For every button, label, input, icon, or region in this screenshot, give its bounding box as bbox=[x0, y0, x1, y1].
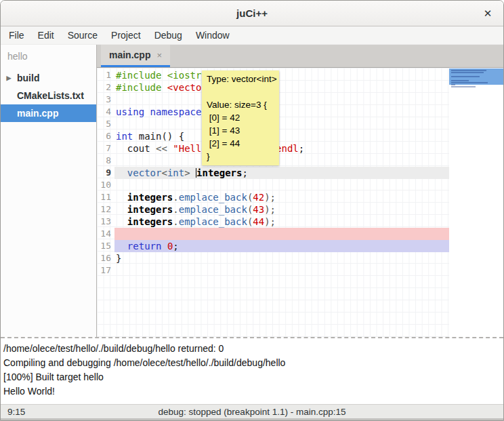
code-token bbox=[116, 216, 127, 227]
tooltip-line: Type: vector<int> bbox=[207, 73, 274, 85]
line-number: 9 bbox=[97, 167, 114, 179]
debug-value-tooltip: Type: vector<int> Value: size=3 { [0] = … bbox=[202, 71, 279, 165]
code-token: ); bbox=[264, 204, 276, 215]
line-number: 5 bbox=[97, 118, 114, 130]
code-token: << bbox=[156, 143, 167, 154]
minimap-code-bar bbox=[451, 72, 484, 73]
code-token bbox=[190, 167, 196, 178]
code-token: ; bbox=[242, 167, 247, 178]
code-line: } bbox=[114, 252, 449, 264]
code-token: ); bbox=[264, 216, 276, 227]
line-number: 4 bbox=[97, 106, 114, 118]
terminal-line: Compiling and debugging /home/olece/test… bbox=[3, 356, 498, 370]
editor-pane: main.cpp × 1234567891011121314151617 #in… bbox=[97, 45, 503, 337]
code-token bbox=[161, 241, 167, 252]
menu-edit[interactable]: Edit bbox=[31, 27, 61, 43]
code-line: integers.emplace_back(44); bbox=[114, 216, 449, 228]
debug-status-label: debug: stopped (breakpoint 1.1) - main.c… bbox=[1, 407, 503, 417]
line-number: 1 bbox=[97, 69, 114, 81]
menu-file[interactable]: File bbox=[2, 27, 31, 43]
code-token: integers bbox=[127, 204, 173, 215]
code-token: 43 bbox=[253, 204, 264, 215]
menu-window[interactable]: Window bbox=[189, 27, 236, 43]
code-token: 42 bbox=[253, 192, 264, 203]
source-editor[interactable]: 1234567891011121314151617 #include <iost… bbox=[97, 68, 503, 337]
title-bar: juCi++ ✕ bbox=[1, 1, 503, 26]
tree-item-build[interactable]: ▶build bbox=[1, 69, 96, 87]
line-number: 10 bbox=[97, 179, 114, 191]
code-line: integers.emplace_back(42); bbox=[114, 191, 449, 203]
line-number: 2 bbox=[97, 81, 114, 94]
code-token: vector bbox=[127, 167, 162, 178]
code-token bbox=[116, 241, 127, 252]
expander-icon[interactable]: ▶ bbox=[1, 75, 17, 81]
code-token: } bbox=[116, 253, 121, 264]
tree-item-main-cpp[interactable]: ▶main.cpp bbox=[1, 104, 96, 122]
code-token: int bbox=[167, 167, 184, 178]
code-token bbox=[116, 204, 127, 215]
code-line: #include <iostream> bbox=[114, 69, 449, 81]
code-token: emplace_back bbox=[179, 204, 247, 215]
code-token: 44 bbox=[253, 216, 264, 227]
tree-item-label: CMakeLists.txt bbox=[17, 90, 84, 101]
terminal-output[interactable]: /home/olece/test/hello/./build/debug/hel… bbox=[1, 337, 503, 404]
code-token: integers bbox=[127, 192, 173, 203]
code-line: int main() { bbox=[114, 130, 449, 142]
tab-main-cpp[interactable]: main.cpp × bbox=[101, 45, 170, 67]
code-token: . bbox=[173, 192, 178, 203]
code-token: emplace_back bbox=[179, 216, 247, 227]
tree-item-label: main.cpp bbox=[17, 108, 58, 119]
minimap-code-bar bbox=[451, 82, 488, 83]
line-number: 14 bbox=[97, 228, 114, 240]
app-window: juCi++ ✕ FileEditSourceProjectDebugWindo… bbox=[0, 0, 504, 421]
tooltip-line: [1] = 43 bbox=[207, 124, 274, 137]
minimap-visible-region[interactable] bbox=[449, 68, 503, 85]
code-token: int bbox=[116, 131, 133, 142]
code-token: . bbox=[173, 204, 178, 215]
code-token: < bbox=[161, 167, 167, 178]
code-token: namespace bbox=[150, 106, 202, 117]
code-token bbox=[116, 167, 127, 178]
code-token: main() { bbox=[133, 131, 184, 142]
terminal-lines: /home/olece/test/hello/./build/debug/hel… bbox=[1, 338, 503, 399]
line-number: 13 bbox=[97, 216, 114, 228]
code-line bbox=[114, 94, 449, 106]
tooltip-line bbox=[207, 85, 274, 98]
line-number: 15 bbox=[97, 240, 114, 252]
code-line: #include <vector> bbox=[114, 81, 449, 94]
tree-item-label: build bbox=[17, 73, 39, 83]
project-name-label[interactable]: hello bbox=[1, 45, 96, 66]
menu-debug[interactable]: Debug bbox=[148, 27, 189, 43]
file-tree-sidebar: hello ▶build▶CMakeLists.txt▶main.cpp bbox=[1, 45, 97, 337]
code-token: . bbox=[173, 216, 178, 227]
source-minimap[interactable] bbox=[449, 68, 503, 337]
minimap-code-bar bbox=[451, 86, 476, 87]
line-number: 17 bbox=[97, 264, 114, 277]
tree-item-cmakelists-txt[interactable]: ▶CMakeLists.txt bbox=[1, 87, 96, 104]
code-token: integers bbox=[127, 216, 173, 227]
code-line bbox=[114, 118, 449, 130]
code-line: using namespace std; bbox=[114, 106, 449, 118]
line-number-gutter: 1234567891011121314151617 bbox=[97, 68, 114, 337]
line-number: 8 bbox=[97, 155, 114, 167]
code-token bbox=[144, 106, 150, 117]
status-bar: 9:15 debug: stopped (breakpoint 1.1) - m… bbox=[1, 404, 503, 420]
code-token: return bbox=[127, 241, 162, 252]
tooltip-line: [0] = 42 bbox=[207, 111, 274, 124]
code-token: emplace_back bbox=[179, 192, 247, 203]
code-token: #include bbox=[116, 82, 167, 93]
menu-project[interactable]: Project bbox=[104, 27, 148, 43]
close-icon[interactable]: ✕ bbox=[481, 7, 495, 20]
line-number: 7 bbox=[97, 142, 114, 155]
code-token: > bbox=[184, 167, 190, 178]
code-lines[interactable]: #include <iostream>#include <vector>usin… bbox=[114, 68, 449, 337]
code-line: cout << "Hello World!" << endl; bbox=[114, 142, 449, 155]
terminal-line: /home/olece/test/hello/./build/debug/hel… bbox=[3, 342, 498, 356]
code-token: cout bbox=[116, 143, 156, 154]
code-token bbox=[116, 192, 127, 203]
minimap-code-bar bbox=[451, 70, 486, 71]
tab-close-icon[interactable]: × bbox=[156, 50, 162, 60]
menu-source[interactable]: Source bbox=[61, 27, 104, 43]
menu-bar: FileEditSourceProjectDebugWindow bbox=[1, 26, 503, 45]
code-token: ; bbox=[173, 241, 178, 252]
